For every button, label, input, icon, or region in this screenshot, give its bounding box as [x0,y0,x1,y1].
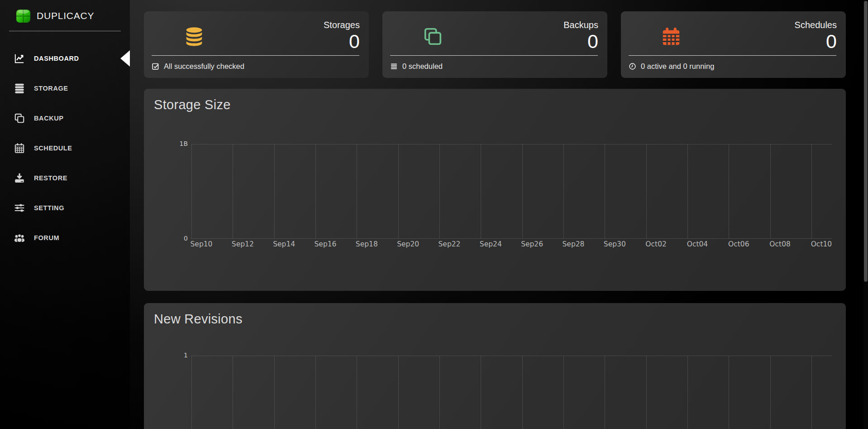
checkbox-checked-icon [152,63,159,70]
x-gridline [191,356,192,429]
x-gridline [274,356,275,429]
y-tick-label: 1B [144,140,188,147]
scrollbar-thumb[interactable] [864,1,868,282]
x-gridline [439,145,440,238]
x-tick-label: Oct06 [728,240,749,248]
main-content: Storages 0 All successfully checked [130,0,868,429]
card-divider [152,55,359,56]
logo: DUPLICACY [0,0,130,24]
sidebar-item-schedule[interactable]: SCHEDULE [0,133,130,163]
x-tick-label: Sep24 [480,240,502,248]
storage-size-panel: Storage Size 1B 0 Sep10Sep12Sep14Sep16Se… [144,89,846,291]
x-tick-label: Sep22 [439,240,461,248]
x-gridline [605,356,605,429]
x-gridline [233,145,233,238]
x-gridline [563,145,564,238]
x-gridline [274,145,275,238]
x-gridline [687,145,688,238]
x-tick-label: Oct10 [811,240,832,248]
sidebar-divider [9,31,121,31]
card-value: 0 [795,31,837,52]
sidebar-item-restore[interactable]: RESTORE [0,163,130,193]
sidebar-item-dashboard[interactable]: DASHBOARD [0,43,130,73]
download-icon [14,172,25,184]
sidebar-item-label: RESTORE [34,174,67,182]
sidebar-nav: DASHBOARD STORAGE [0,43,130,253]
x-tick-label: Oct04 [687,240,708,248]
storages-card: Storages 0 All successfully checked [144,11,369,78]
y-tick-label: 1 [144,352,188,359]
scrollbar-track[interactable] [863,0,868,429]
x-gridline [811,145,812,238]
users-icon [14,232,25,244]
duplicacy-logo-icon [15,7,32,24]
x-gridline [770,145,771,238]
x-tick-label: Oct02 [645,240,667,248]
x-gridline [646,145,647,238]
card-status: 0 active and 0 running [629,59,714,73]
x-tick-label: Sep12 [232,240,254,248]
sidebar-item-label: FORUM [34,234,59,241]
schedules-card: Schedules 0 0 active and 0 running [621,11,846,78]
x-gridline [522,356,523,429]
x-tick-label: Sep14 [273,240,295,248]
x-tick-label: Sep18 [356,240,378,248]
x-gridline [315,145,316,238]
card-status: 0 scheduled [390,59,443,73]
x-gridline [646,356,647,429]
backups-card: Backups 0 0 scheduled [382,11,607,78]
sidebar-item-label: STORAGE [34,85,68,92]
x-gridline [770,356,771,429]
x-gridline [481,145,481,238]
calendar-icon [14,142,25,154]
card-value: 0 [563,31,598,52]
clock-icon [629,63,636,70]
x-tick-label: Sep26 [521,240,543,248]
x-gridline [315,356,316,429]
card-title: Storages [324,20,360,30]
sidebar-item-label: SCHEDULE [34,145,72,152]
x-gridline [605,145,605,238]
card-divider [629,55,836,56]
sidebar-item-setting[interactable]: SETTING [0,193,130,223]
chart-title: New Revisions [154,312,243,327]
x-gridline [811,356,812,429]
card-status-text: 0 scheduled [402,62,443,71]
card-status-text: All successfully checked [164,62,244,71]
x-gridline [398,356,399,429]
card-status-text: 0 active and 0 running [641,62,714,71]
active-item-arrow [120,50,130,67]
sidebar-item-storage[interactable]: STORAGE [0,73,130,103]
new-revisions-panel: New Revisions 1 [144,303,846,429]
new-revisions-plot [191,356,832,429]
card-meta: Backups 0 [563,20,598,52]
card-status: All successfully checked [152,59,244,73]
x-tick-label: Sep16 [315,240,337,248]
x-tick-label: Sep20 [397,240,419,248]
x-gridline [729,356,729,429]
sliders-icon [14,202,25,214]
x-gridline [481,356,481,429]
copy-icon [422,26,443,47]
x-gridline [357,145,357,238]
x-axis-labels: Sep10Sep12Sep14Sep16Sep18Sep20Sep22Sep24… [144,240,846,250]
duplicacy-app: DUPLICACY DASHBOARD [0,0,868,429]
x-gridline [357,356,357,429]
x-tick-label: Sep10 [191,240,213,248]
x-gridline [439,356,440,429]
sidebar-item-backup[interactable]: BACKUP [0,103,130,133]
database-icon [184,26,205,47]
card-divider [390,55,598,56]
sidebar-item-label: SETTING [34,204,64,212]
storage-size-plot [191,144,832,239]
x-gridline [233,356,233,429]
sidebar-item-label: DASHBOARD [34,55,79,62]
x-gridline [729,145,729,238]
sidebar-item-forum[interactable]: FORUM [0,223,130,253]
stat-cards-row: Storages 0 All successfully checked [144,11,846,78]
database-icon [14,82,25,94]
chart-line-icon [14,53,25,64]
calendar-icon [661,26,682,47]
card-meta: Storages 0 [324,20,360,52]
card-meta: Schedules 0 [795,20,837,52]
